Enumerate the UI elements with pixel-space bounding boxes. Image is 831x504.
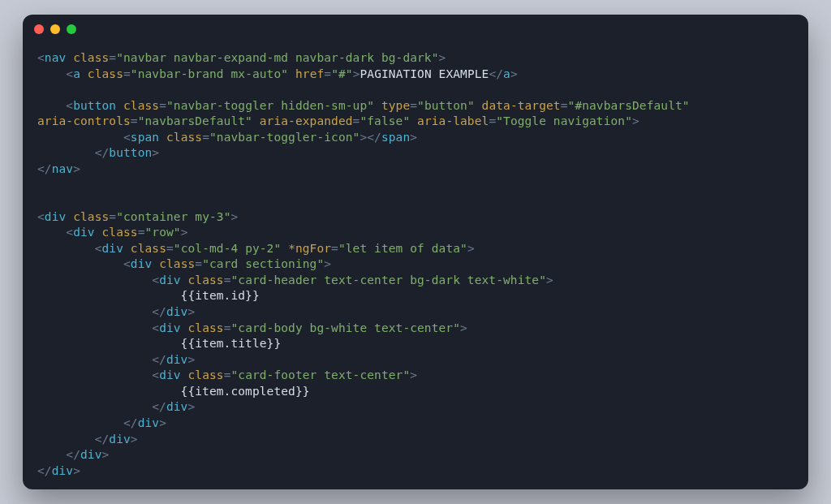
code-editor[interactable]: <nav class="navbar navbar-expand-md navb… bbox=[23, 44, 808, 489]
zoom-icon[interactable] bbox=[67, 24, 76, 34]
window-titlebar bbox=[23, 15, 808, 44]
minimize-icon[interactable] bbox=[50, 24, 60, 34]
close-icon[interactable] bbox=[34, 24, 44, 34]
code-window: <nav class="navbar navbar-expand-md navb… bbox=[23, 15, 808, 489]
